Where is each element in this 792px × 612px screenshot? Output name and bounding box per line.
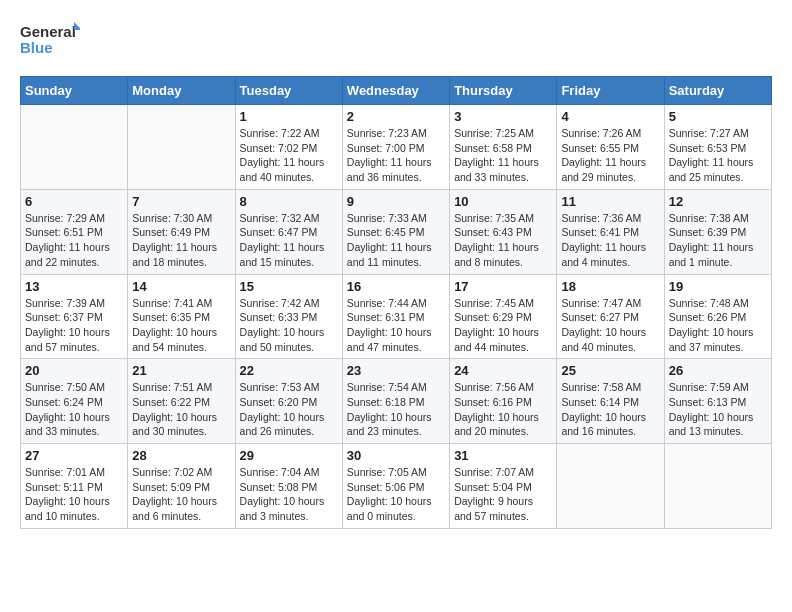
- day-detail: Sunrise: 7:36 AMSunset: 6:41 PMDaylight:…: [561, 211, 659, 270]
- day-detail: Sunrise: 7:41 AMSunset: 6:35 PMDaylight:…: [132, 296, 230, 355]
- day-detail: Sunrise: 7:05 AMSunset: 5:06 PMDaylight:…: [347, 465, 445, 524]
- calendar-cell: 19Sunrise: 7:48 AMSunset: 6:26 PMDayligh…: [664, 274, 771, 359]
- calendar-cell: 24Sunrise: 7:56 AMSunset: 6:16 PMDayligh…: [450, 359, 557, 444]
- day-number: 29: [240, 448, 338, 463]
- day-number: 18: [561, 279, 659, 294]
- day-detail: Sunrise: 7:53 AMSunset: 6:20 PMDaylight:…: [240, 380, 338, 439]
- weekday-header-row: SundayMondayTuesdayWednesdayThursdayFrid…: [21, 77, 772, 105]
- svg-text:Blue: Blue: [20, 39, 53, 56]
- day-detail: Sunrise: 7:04 AMSunset: 5:08 PMDaylight:…: [240, 465, 338, 524]
- day-detail: Sunrise: 7:50 AMSunset: 6:24 PMDaylight:…: [25, 380, 123, 439]
- day-number: 16: [347, 279, 445, 294]
- logo: General Blue: [20, 20, 80, 60]
- day-detail: Sunrise: 7:32 AMSunset: 6:47 PMDaylight:…: [240, 211, 338, 270]
- calendar-cell: 12Sunrise: 7:38 AMSunset: 6:39 PMDayligh…: [664, 189, 771, 274]
- day-detail: Sunrise: 7:47 AMSunset: 6:27 PMDaylight:…: [561, 296, 659, 355]
- day-detail: Sunrise: 7:27 AMSunset: 6:53 PMDaylight:…: [669, 126, 767, 185]
- day-number: 14: [132, 279, 230, 294]
- calendar-cell: 17Sunrise: 7:45 AMSunset: 6:29 PMDayligh…: [450, 274, 557, 359]
- calendar-cell: 14Sunrise: 7:41 AMSunset: 6:35 PMDayligh…: [128, 274, 235, 359]
- day-detail: Sunrise: 7:33 AMSunset: 6:45 PMDaylight:…: [347, 211, 445, 270]
- page-header: General Blue: [20, 20, 772, 60]
- day-number: 19: [669, 279, 767, 294]
- day-number: 13: [25, 279, 123, 294]
- weekday-header: Friday: [557, 77, 664, 105]
- day-number: 27: [25, 448, 123, 463]
- calendar-cell: 29Sunrise: 7:04 AMSunset: 5:08 PMDayligh…: [235, 444, 342, 529]
- calendar-cell: [21, 105, 128, 190]
- calendar-cell: 11Sunrise: 7:36 AMSunset: 6:41 PMDayligh…: [557, 189, 664, 274]
- calendar-cell: 20Sunrise: 7:50 AMSunset: 6:24 PMDayligh…: [21, 359, 128, 444]
- day-number: 17: [454, 279, 552, 294]
- weekday-header: Thursday: [450, 77, 557, 105]
- calendar-cell: 25Sunrise: 7:58 AMSunset: 6:14 PMDayligh…: [557, 359, 664, 444]
- weekday-header: Sunday: [21, 77, 128, 105]
- day-number: 22: [240, 363, 338, 378]
- calendar-week-row: 13Sunrise: 7:39 AMSunset: 6:37 PMDayligh…: [21, 274, 772, 359]
- day-detail: Sunrise: 7:59 AMSunset: 6:13 PMDaylight:…: [669, 380, 767, 439]
- calendar-cell: 22Sunrise: 7:53 AMSunset: 6:20 PMDayligh…: [235, 359, 342, 444]
- day-number: 4: [561, 109, 659, 124]
- day-detail: Sunrise: 7:54 AMSunset: 6:18 PMDaylight:…: [347, 380, 445, 439]
- calendar-cell: [557, 444, 664, 529]
- weekday-header: Monday: [128, 77, 235, 105]
- day-detail: Sunrise: 7:02 AMSunset: 5:09 PMDaylight:…: [132, 465, 230, 524]
- day-detail: Sunrise: 7:35 AMSunset: 6:43 PMDaylight:…: [454, 211, 552, 270]
- weekday-header: Tuesday: [235, 77, 342, 105]
- day-number: 11: [561, 194, 659, 209]
- calendar-cell: 3Sunrise: 7:25 AMSunset: 6:58 PMDaylight…: [450, 105, 557, 190]
- calendar-cell: 5Sunrise: 7:27 AMSunset: 6:53 PMDaylight…: [664, 105, 771, 190]
- calendar-cell: [664, 444, 771, 529]
- day-detail: Sunrise: 7:51 AMSunset: 6:22 PMDaylight:…: [132, 380, 230, 439]
- calendar-cell: 8Sunrise: 7:32 AMSunset: 6:47 PMDaylight…: [235, 189, 342, 274]
- day-number: 6: [25, 194, 123, 209]
- logo-svg: General Blue: [20, 20, 80, 60]
- calendar-cell: 16Sunrise: 7:44 AMSunset: 6:31 PMDayligh…: [342, 274, 449, 359]
- calendar-cell: 13Sunrise: 7:39 AMSunset: 6:37 PMDayligh…: [21, 274, 128, 359]
- calendar-cell: 9Sunrise: 7:33 AMSunset: 6:45 PMDaylight…: [342, 189, 449, 274]
- calendar-cell: 7Sunrise: 7:30 AMSunset: 6:49 PMDaylight…: [128, 189, 235, 274]
- day-number: 30: [347, 448, 445, 463]
- calendar-cell: 21Sunrise: 7:51 AMSunset: 6:22 PMDayligh…: [128, 359, 235, 444]
- day-number: 24: [454, 363, 552, 378]
- calendar-cell: 4Sunrise: 7:26 AMSunset: 6:55 PMDaylight…: [557, 105, 664, 190]
- day-number: 23: [347, 363, 445, 378]
- calendar-cell: 1Sunrise: 7:22 AMSunset: 7:02 PMDaylight…: [235, 105, 342, 190]
- day-detail: Sunrise: 7:42 AMSunset: 6:33 PMDaylight:…: [240, 296, 338, 355]
- calendar-week-row: 27Sunrise: 7:01 AMSunset: 5:11 PMDayligh…: [21, 444, 772, 529]
- day-number: 1: [240, 109, 338, 124]
- calendar-cell: 27Sunrise: 7:01 AMSunset: 5:11 PMDayligh…: [21, 444, 128, 529]
- day-detail: Sunrise: 7:38 AMSunset: 6:39 PMDaylight:…: [669, 211, 767, 270]
- day-detail: Sunrise: 7:48 AMSunset: 6:26 PMDaylight:…: [669, 296, 767, 355]
- day-number: 3: [454, 109, 552, 124]
- calendar-week-row: 1Sunrise: 7:22 AMSunset: 7:02 PMDaylight…: [21, 105, 772, 190]
- day-number: 21: [132, 363, 230, 378]
- weekday-header: Wednesday: [342, 77, 449, 105]
- calendar-cell: 23Sunrise: 7:54 AMSunset: 6:18 PMDayligh…: [342, 359, 449, 444]
- calendar-table: SundayMondayTuesdayWednesdayThursdayFrid…: [20, 76, 772, 529]
- day-detail: Sunrise: 7:58 AMSunset: 6:14 PMDaylight:…: [561, 380, 659, 439]
- day-detail: Sunrise: 7:01 AMSunset: 5:11 PMDaylight:…: [25, 465, 123, 524]
- day-number: 25: [561, 363, 659, 378]
- calendar-cell: 6Sunrise: 7:29 AMSunset: 6:51 PMDaylight…: [21, 189, 128, 274]
- day-number: 31: [454, 448, 552, 463]
- day-detail: Sunrise: 7:45 AMSunset: 6:29 PMDaylight:…: [454, 296, 552, 355]
- calendar-cell: 26Sunrise: 7:59 AMSunset: 6:13 PMDayligh…: [664, 359, 771, 444]
- day-number: 10: [454, 194, 552, 209]
- day-detail: Sunrise: 7:23 AMSunset: 7:00 PMDaylight:…: [347, 126, 445, 185]
- calendar-cell: 2Sunrise: 7:23 AMSunset: 7:00 PMDaylight…: [342, 105, 449, 190]
- day-number: 5: [669, 109, 767, 124]
- calendar-cell: 31Sunrise: 7:07 AMSunset: 5:04 PMDayligh…: [450, 444, 557, 529]
- day-number: 2: [347, 109, 445, 124]
- day-detail: Sunrise: 7:07 AMSunset: 5:04 PMDaylight:…: [454, 465, 552, 524]
- day-number: 28: [132, 448, 230, 463]
- svg-text:General: General: [20, 23, 76, 40]
- day-number: 9: [347, 194, 445, 209]
- day-detail: Sunrise: 7:25 AMSunset: 6:58 PMDaylight:…: [454, 126, 552, 185]
- day-detail: Sunrise: 7:39 AMSunset: 6:37 PMDaylight:…: [25, 296, 123, 355]
- day-number: 7: [132, 194, 230, 209]
- svg-marker-2: [74, 22, 80, 30]
- calendar-cell: [128, 105, 235, 190]
- day-detail: Sunrise: 7:29 AMSunset: 6:51 PMDaylight:…: [25, 211, 123, 270]
- day-number: 12: [669, 194, 767, 209]
